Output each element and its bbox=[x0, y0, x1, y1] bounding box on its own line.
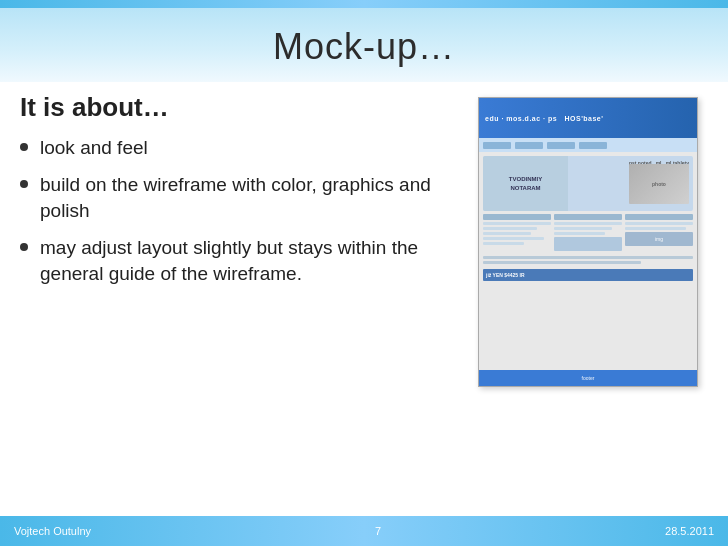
mockup-col-1 bbox=[483, 214, 551, 251]
bullet-dot-3 bbox=[20, 243, 28, 251]
mockup-header-bar: edu · mos.d.ac · ps HOS'base' bbox=[479, 98, 697, 138]
bullet-text-1: look and feel bbox=[40, 135, 448, 162]
mockup-footer-bar: footer bbox=[479, 370, 697, 386]
mockup-image: edu · mos.d.ac · ps HOS'base' TVODINMIYN… bbox=[478, 97, 698, 387]
mockup-col-3: img bbox=[625, 214, 693, 251]
footer-date: 28.5.2011 bbox=[665, 525, 714, 537]
mockup-nav-bar bbox=[479, 138, 697, 152]
mockup-hero: TVODINMIYNOTARAM pst noted ml ml tablety… bbox=[483, 156, 693, 211]
section-heading: It is about… bbox=[20, 92, 448, 123]
mockup-body: TVODINMIYNOTARAM pst noted ml ml tablety… bbox=[479, 152, 697, 285]
slide: Mock-up… It is about… look and feel buil… bbox=[0, 0, 728, 546]
mockup-text-rows bbox=[483, 254, 693, 266]
bullet-text-2: build on the wireframe with color, graph… bbox=[40, 172, 448, 225]
bullet-list: look and feel build on the wireframe wit… bbox=[20, 135, 448, 288]
slide-title: Mock-up… bbox=[20, 26, 708, 68]
bullet-dot-2 bbox=[20, 180, 28, 188]
mockup-nav-item-3 bbox=[547, 142, 575, 149]
top-decorative-bar bbox=[0, 0, 728, 8]
text-section: It is about… look and feel build on the … bbox=[20, 92, 468, 506]
bullet-item-2: build on the wireframe with color, graph… bbox=[20, 172, 448, 225]
bullet-text-3: may adjust layout slightly but stays wit… bbox=[40, 235, 448, 288]
footer-bar: Vojtech Outulny 7 28.5.2011 bbox=[0, 516, 728, 546]
mockup-logo: edu · mos.d.ac · ps HOS'base' bbox=[485, 115, 603, 122]
footer-page-number: 7 bbox=[375, 525, 381, 537]
image-section: edu · mos.d.ac · ps HOS'base' TVODINMIYN… bbox=[468, 92, 708, 506]
main-content: It is about… look and feel build on the … bbox=[0, 82, 728, 516]
footer-author: Vojtech Outulny bbox=[14, 525, 91, 537]
mockup-nav-item-4 bbox=[579, 142, 607, 149]
mockup-columns-row: img bbox=[483, 214, 693, 251]
mockup-col-2 bbox=[554, 214, 622, 251]
mockup-nav-item-2 bbox=[515, 142, 543, 149]
bullet-item-3: may adjust layout slightly but stays wit… bbox=[20, 235, 448, 288]
bullet-dot-1 bbox=[20, 143, 28, 151]
mockup-footer-text: footer bbox=[582, 375, 595, 381]
mockup-price-bar: již YEN $4425 IR bbox=[483, 269, 693, 281]
slide-header: Mock-up… bbox=[0, 8, 728, 82]
bullet-item-1: look and feel bbox=[20, 135, 448, 162]
mockup-nav-item-1 bbox=[483, 142, 511, 149]
